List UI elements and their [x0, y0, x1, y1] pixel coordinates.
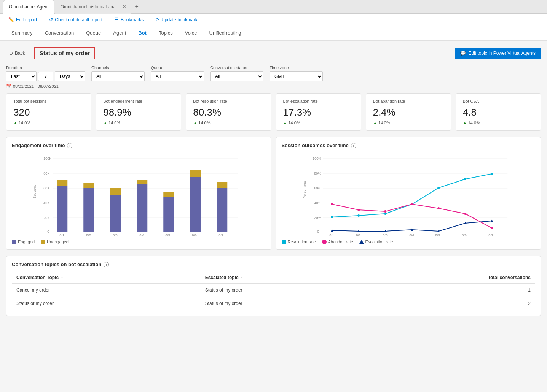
svg-text:Sessions: Sessions — [33, 184, 37, 198]
svg-point-38 — [437, 187, 440, 189]
inactive-tab[interactable]: Omnichannel historical ana... ✕ — [55, 0, 131, 14]
duration-type-select[interactable]: Last — [6, 71, 37, 81]
bookmarks-button[interactable]: ☰ Bookmarks — [112, 16, 146, 24]
kpi-total-bot-sessions: Total bot sessions 320 ▲ 14.0% — [6, 93, 91, 131]
queue-select[interactable]: All — [151, 71, 204, 81]
engagement-chart-card: Engagement over time i 100K 80K 60K 40K … — [6, 137, 271, 250]
svg-text:8/4: 8/4 — [409, 233, 414, 236]
kpi-trend-4: ▲ 14.0% — [373, 121, 444, 125]
svg-text:80K: 80K — [43, 171, 49, 175]
conversation-topics-table-card: Conversation topics on bot escalation i … — [6, 256, 541, 316]
sort-icon-col1: ↑ — [61, 276, 63, 280]
kpi-label-4: Bot abandon rate — [373, 99, 444, 103]
timezone-filter: Time zone GMT — [270, 65, 323, 81]
back-icon: ⊙ — [9, 51, 13, 56]
tab-topics[interactable]: Topics — [153, 26, 178, 40]
trend-up-icon-3: ▲ — [283, 121, 287, 125]
engagement-legend: Engaged Unengaged — [12, 240, 266, 244]
toolbar: ✏️ Edit report ↺ Checkout default report… — [0, 14, 547, 26]
svg-text:8/3: 8/3 — [383, 233, 388, 236]
tab-close-icon[interactable]: ✕ — [123, 4, 126, 9]
svg-text:20%: 20% — [314, 216, 321, 220]
session-chart-card: Session outcomes over time i 100% 80% 60… — [276, 137, 541, 250]
kpi-trend-0: ▲ 14.0% — [13, 121, 84, 125]
edit-topic-button[interactable]: 💬 Edit topic in Power Virtual Agents — [455, 48, 541, 59]
bar-unengaged-1 — [83, 183, 94, 188]
svg-text:60%: 60% — [314, 186, 321, 190]
tab-conversation[interactable]: Conversation — [40, 26, 80, 40]
svg-point-43 — [384, 210, 386, 213]
svg-point-34 — [331, 216, 333, 218]
duration-filter: Duration Last Days — [6, 65, 85, 81]
edit-report-button[interactable]: ✏️ Edit report — [6, 16, 39, 24]
kpi-label-2: Bot resolution rate — [193, 99, 264, 103]
duration-unit-select[interactable]: Days — [55, 71, 85, 81]
legend-engaged: Engaged — [12, 240, 35, 244]
bar-unengaged-3 — [137, 180, 147, 184]
session-chart-svg: 100% 80% 60% 40% 20% 0 Percentage — [282, 153, 536, 236]
charts-row: Engagement over time i 100K 80K 60K 40K … — [6, 137, 541, 250]
back-button[interactable]: ⊙ Back — [6, 49, 28, 57]
channels-select[interactable]: All — [91, 71, 145, 81]
svg-text:8/4: 8/4 — [139, 233, 144, 236]
bar-engaged-0 — [57, 186, 67, 232]
bookmarks-icon: ☰ — [115, 17, 119, 22]
checkout-icon: ↺ — [49, 17, 53, 22]
row-1-escalated: Status of my order — [201, 297, 359, 310]
kpi-row: Total bot sessions 320 ▲ 14.0% Bot engag… — [6, 93, 541, 131]
header-row: ⊙ Back Status of my order 💬 Edit topic i… — [6, 47, 541, 59]
svg-text:8/6: 8/6 — [192, 233, 197, 236]
col-conversation-topic[interactable]: Conversation Topic ↑ — [12, 272, 201, 284]
legend-unengaged: Unengaged — [41, 240, 69, 244]
date-range-text: 08/01/2021 - 08/07/2021 — [13, 84, 59, 89]
table-row: Cancel my order Status of my order 1 — [12, 284, 535, 297]
update-bookmark-button[interactable]: ⟳ Update bookmark — [153, 16, 200, 24]
kpi-value-2: 80.3% — [193, 106, 264, 118]
engaged-color-swatch — [12, 240, 16, 244]
trend-up-icon-1: ▲ — [103, 121, 107, 125]
duration-value-input[interactable] — [38, 72, 53, 81]
engagement-info-icon[interactable]: i — [67, 143, 72, 148]
checkout-default-button[interactable]: ↺ Checkout default report — [47, 16, 105, 24]
session-info-icon[interactable]: i — [351, 143, 356, 148]
tab-queue[interactable]: Queue — [81, 26, 106, 40]
timezone-label: Time zone — [270, 65, 323, 70]
tab-summary[interactable]: Summary — [6, 26, 38, 40]
engagement-chart-svg: 100K 80K 60K 40K 20K 0 Sessions — [12, 153, 266, 236]
edit-report-label: Edit report — [16, 17, 37, 22]
pva-icon: 💬 — [460, 51, 466, 56]
tab-agent[interactable]: Agent — [108, 26, 131, 40]
table-info-icon[interactable]: i — [104, 262, 109, 267]
legend-escalation: Escalation rate — [359, 240, 393, 244]
kpi-label-1: Bot engagement rate — [103, 99, 174, 103]
kpi-bot-escalation-rate: Bot escalation rate 17.3% ▲ 14.0% — [276, 93, 361, 131]
kpi-value-1: 98.9% — [103, 106, 174, 118]
svg-point-46 — [464, 213, 466, 215]
edit-topic-label: Edit topic in Power Virtual Agents — [468, 51, 536, 56]
kpi-value-5: 4.8 — [463, 106, 534, 118]
bar-engaged-4 — [163, 197, 174, 232]
svg-point-45 — [437, 207, 440, 209]
bar-engaged-6 — [217, 188, 227, 232]
topics-table: Conversation Topic ↑ Escalated topic ↑ T… — [12, 272, 535, 310]
tab-unified-routing[interactable]: Unified routing — [204, 26, 247, 40]
kpi-bot-abandon-rate: Bot abandon rate 2.4% ▲ 14.0% — [366, 93, 451, 131]
svg-point-36 — [384, 213, 386, 215]
col-escalated-topic[interactable]: Escalated topic ↑ — [201, 272, 359, 284]
svg-text:0: 0 — [47, 230, 49, 233]
kpi-label-5: Bot CSAT — [463, 99, 534, 103]
timezone-select[interactable]: GMT — [270, 71, 323, 81]
active-tab[interactable]: Omnichannel Agent — [3, 0, 54, 14]
row-0-topic: Cancel my order — [12, 284, 201, 297]
add-tab-button[interactable]: + — [132, 3, 142, 10]
tab-voice[interactable]: Voice — [180, 26, 203, 40]
channels-label: Channels — [91, 65, 145, 70]
edit-icon: ✏️ — [8, 17, 14, 22]
tab-bot[interactable]: Bot — [133, 26, 152, 40]
conv-status-select[interactable]: All — [210, 71, 263, 81]
browser-tabs: Omnichannel Agent Omnichannel historical… — [0, 0, 547, 14]
kpi-trend-2: ▲ 14.0% — [193, 121, 264, 125]
bookmarks-label: Bookmarks — [121, 17, 144, 22]
trend-up-icon-4: ▲ — [373, 121, 377, 125]
svg-text:100%: 100% — [313, 157, 321, 160]
